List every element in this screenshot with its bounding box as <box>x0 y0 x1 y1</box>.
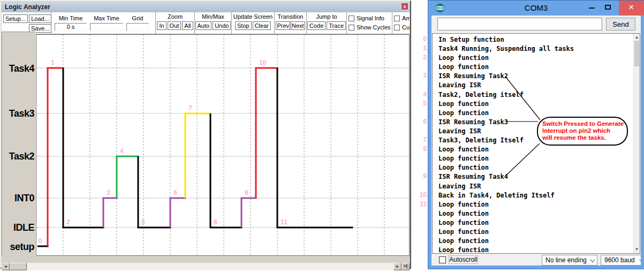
file-button-group: Setup... Load... Save... <box>2 12 51 34</box>
close-icon[interactable]: ✕ <box>619 1 644 16</box>
serial-input[interactable] <box>437 18 602 31</box>
zoom-group-label: Zoom <box>168 13 183 20</box>
console-line: Loop function <box>438 63 633 72</box>
waveform-marker-number: 0 <box>39 237 42 245</box>
waveform-marker-number: 5 <box>141 218 145 226</box>
scrollbar-thumb[interactable] <box>10 263 27 270</box>
setup-button[interactable]: Setup... <box>3 14 28 23</box>
scroll-left-icon[interactable]: ◄ <box>2 263 10 270</box>
console-line: ISR Resuming Task2 <box>438 72 633 81</box>
console-line: Loop function <box>438 237 633 246</box>
console-line: Leaving ISR <box>438 81 633 90</box>
serial-console[interactable]: In Setup functionTask4 Running, Suspendi… <box>432 33 640 254</box>
marker-number: 6 <box>407 117 427 126</box>
scrollbar-track[interactable] <box>27 263 393 270</box>
marker-number: 11 <box>407 200 427 209</box>
marker-number <box>407 80 427 89</box>
scroll-down-icon[interactable]: ▼ <box>634 246 640 253</box>
console-line: In Setup function <box>438 35 633 44</box>
signal-info-checkbox[interactable] <box>348 16 354 21</box>
marker-number <box>407 62 427 71</box>
baud-rate-select[interactable]: 9600 baud <box>601 255 644 266</box>
window-title: Logic Analyzer <box>5 3 50 11</box>
horizontal-scrollbar[interactable]: ◄ ► >| <box>2 263 410 270</box>
marker-number <box>407 181 427 191</box>
autoscroll-checkbox[interactable] <box>439 256 446 263</box>
update-screen-group: Update Screen Stop Clear <box>232 12 275 34</box>
signal-label-setup: setup <box>2 241 34 253</box>
waveform-marker-number: 11 <box>281 218 287 226</box>
waveform-marker-number: 9 <box>245 189 248 196</box>
time-grid-group: Min Time 0 s Max Time ·· Grid · <box>51 12 156 34</box>
line-ending-select[interactable]: No line ending <box>542 255 597 266</box>
prev-button[interactable]: Prev <box>276 21 290 30</box>
trace-button[interactable]: Trace <box>327 21 346 30</box>
serial-bottom-bar: Autoscroll No line ending 9600 baud <box>431 254 641 266</box>
scrollbar-thumb[interactable] <box>634 41 639 66</box>
waveform-plot-area[interactable]: 01234567891011 <box>36 34 410 256</box>
console-line: Loop function <box>438 54 633 63</box>
line-ending-value: No line ending <box>545 256 587 264</box>
signal-label-task4: Task4 <box>2 63 34 74</box>
send-button[interactable]: Send <box>606 18 635 31</box>
console-line: Loop function <box>438 145 633 154</box>
zoom-group: Zoom In Out All <box>156 12 195 34</box>
next-button[interactable]: Next <box>291 21 305 30</box>
marker-number: 0 <box>407 35 427 44</box>
transition-label: Transition <box>278 13 304 20</box>
marker-number <box>407 218 427 227</box>
console-line: Leaving ISR <box>438 127 633 136</box>
auto-button[interactable]: Auto <box>195 21 212 30</box>
signal-label-task2: Task2 <box>2 150 34 162</box>
plot-bottom-strip <box>2 256 410 263</box>
cur-checkbox[interactable] <box>394 25 400 31</box>
vertical-scrollbar[interactable]: ▲ ▼ <box>633 34 640 253</box>
marker-number <box>407 236 427 245</box>
marker-number: 9 <box>407 172 427 181</box>
waveform-marker-number: 10 <box>259 59 267 66</box>
scroll-right-icon[interactable]: ► <box>393 263 401 270</box>
marker-number: 2 <box>407 53 427 62</box>
minimize-icon[interactable] <box>589 7 595 9</box>
event-marker-gutter: 01234567891011 <box>407 35 427 254</box>
marker-number: 1 <box>407 44 427 53</box>
window-title: COM3 <box>428 3 644 12</box>
clear-button[interactable]: Clear <box>253 21 271 30</box>
console-output: In Setup functionTask4 Running, Suspendi… <box>433 35 633 253</box>
close-icon[interactable]: x <box>401 3 408 10</box>
minmax-group: Min/Max Auto Undo <box>195 12 232 34</box>
zoom-out-button[interactable]: Out <box>168 21 181 30</box>
min-time-field[interactable]: 0 s <box>55 23 87 31</box>
show-cycles-checkbox[interactable] <box>348 25 354 31</box>
code-button[interactable]: Code <box>307 21 325 30</box>
zoom-in-button[interactable]: In <box>157 21 166 30</box>
console-line: Loop function <box>438 246 633 253</box>
zoom-all-button[interactable]: All <box>182 21 193 30</box>
max-time-slider[interactable]: ·· <box>90 23 123 31</box>
scroll-up-icon[interactable]: ▲ <box>634 34 640 41</box>
marker-number: 3 <box>407 71 427 80</box>
console-line: Loop function <box>438 100 633 109</box>
jump-to-group: Jump to Code Trace <box>307 12 347 34</box>
console-line: Loop function <box>438 163 633 172</box>
marker-number <box>407 163 427 172</box>
logic-analyzer-titlebar[interactable]: Logic Analyzer <box>2 2 410 12</box>
marker-number: 8 <box>407 145 427 154</box>
serial-monitor-titlebar[interactable]: COM3 ✕ <box>428 1 644 16</box>
waveform-marker-number: 6 <box>173 189 177 196</box>
logic-analyzer-toolbar: Setup... Load... Save... Min Time 0 s Ma… <box>2 12 410 34</box>
load-button[interactable]: Load... <box>29 14 51 23</box>
marker-number <box>407 209 427 218</box>
scroll-end-icon[interactable]: >| <box>401 263 410 270</box>
min-time-label: Min Time <box>59 15 83 22</box>
console-line: Loop function <box>438 209 633 218</box>
maximize-icon[interactable] <box>605 5 611 10</box>
grid-slider[interactable]: · <box>126 23 149 31</box>
info-checkbox-group: Signal Info Show Cycles <box>347 12 392 34</box>
waveform-marker-number: 7 <box>188 104 192 112</box>
stop-button[interactable]: Stop <box>235 21 252 30</box>
autoscroll-label: Autoscroll <box>449 256 478 263</box>
signal-label-column: Task4 Task3 Task2 INT0 IDLE setup <box>2 32 36 258</box>
amp-checkbox[interactable] <box>394 16 400 21</box>
undo-button[interactable]: Undo <box>213 21 231 30</box>
